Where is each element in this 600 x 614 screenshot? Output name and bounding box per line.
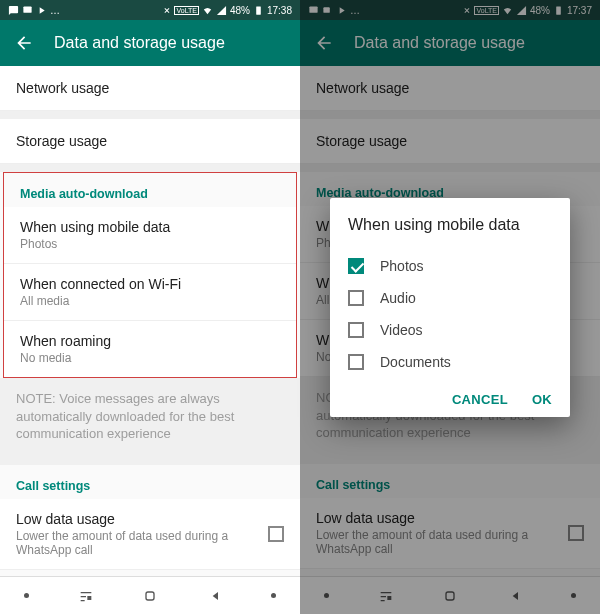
- app-bar: Data and storage usage: [300, 20, 600, 66]
- svg-rect-4: [323, 7, 329, 12]
- ok-button[interactable]: OK: [532, 392, 552, 407]
- battery-text: 48%: [230, 5, 250, 16]
- svg-rect-5: [556, 6, 561, 14]
- checkbox-icon[interactable]: [348, 354, 364, 370]
- play-icon: [336, 5, 347, 16]
- nav-bar: [300, 576, 600, 614]
- mute-icon: [160, 5, 171, 16]
- nav-dot: [324, 593, 329, 598]
- message-icon: [8, 5, 19, 16]
- phone-right: … VoLTE 48% 17:37 Data and storage usage…: [300, 0, 600, 614]
- dialog-option-label: Videos: [380, 322, 423, 338]
- wifi-icon: [502, 5, 513, 16]
- clock-text: 17:37: [567, 5, 592, 16]
- battery-icon: [253, 5, 264, 16]
- settings-content: Network usage Storage usage Media auto-d…: [0, 66, 300, 576]
- status-bar: … VoLTE 48% 17:37: [300, 0, 600, 20]
- nav-dot: [271, 593, 276, 598]
- chat-icon: [22, 5, 33, 16]
- nav-bar: [0, 576, 300, 614]
- signal-icon: [516, 5, 527, 16]
- wifi-row[interactable]: When connected on Wi-Fi All media: [4, 264, 296, 321]
- back-icon[interactable]: [14, 33, 34, 53]
- network-usage-row[interactable]: Network usage: [300, 66, 600, 111]
- svg-rect-3: [309, 6, 317, 12]
- play-icon: [36, 5, 47, 16]
- media-section-header: Media auto-download: [4, 173, 296, 207]
- home-icon[interactable]: [142, 588, 158, 604]
- mute-icon: [460, 5, 471, 16]
- low-data-checkbox[interactable]: [568, 525, 584, 541]
- dialog-option-label: Photos: [380, 258, 424, 274]
- signal-icon: [216, 5, 227, 16]
- recent-apps-icon[interactable]: [378, 588, 394, 604]
- more-icon: …: [350, 5, 360, 16]
- lte-icon: VoLTE: [474, 6, 499, 15]
- recent-apps-icon[interactable]: [78, 588, 94, 604]
- wifi-icon: [202, 5, 213, 16]
- dialog-option[interactable]: Photos: [348, 250, 552, 282]
- dialog-option[interactable]: Audio: [348, 282, 552, 314]
- checkbox-icon[interactable]: [348, 258, 364, 274]
- mobile-data-dialog: When using mobile data PhotosAudioVideos…: [330, 198, 570, 417]
- chat-icon: [308, 5, 319, 16]
- battery-icon: [553, 5, 564, 16]
- low-data-row[interactable]: Low data usage Lower the amount of data …: [0, 499, 300, 570]
- low-data-checkbox[interactable]: [268, 526, 284, 542]
- roaming-row[interactable]: When roaming No media: [4, 321, 296, 377]
- checkbox-icon[interactable]: [348, 290, 364, 306]
- more-icon: …: [50, 5, 60, 16]
- media-autodownload-highlight: Media auto-download When using mobile da…: [3, 172, 297, 378]
- storage-usage-row[interactable]: Storage usage: [300, 119, 600, 164]
- lte-icon: VoLTE: [174, 6, 199, 15]
- mobile-data-row[interactable]: When using mobile data Photos: [4, 207, 296, 264]
- dialog-title: When using mobile data: [348, 216, 552, 234]
- svg-rect-2: [146, 592, 154, 600]
- network-usage-row[interactable]: Network usage: [0, 66, 300, 111]
- back-nav-icon[interactable]: [506, 588, 522, 604]
- clock-text: 17:38: [267, 5, 292, 16]
- home-icon[interactable]: [442, 588, 458, 604]
- call-section-header: Call settings: [0, 465, 300, 499]
- svg-rect-1: [256, 6, 261, 14]
- back-icon[interactable]: [314, 33, 334, 53]
- dialog-option[interactable]: Documents: [348, 346, 552, 378]
- nav-dot: [24, 593, 29, 598]
- chat-icon: [322, 5, 333, 16]
- dialog-option-label: Audio: [380, 290, 416, 306]
- battery-text: 48%: [530, 5, 550, 16]
- app-bar: Data and storage usage: [0, 20, 300, 66]
- phone-left: … VoLTE 48% 17:38 Data and storage usage…: [0, 0, 300, 614]
- storage-usage-row[interactable]: Storage usage: [0, 119, 300, 164]
- dialog-option-label: Documents: [380, 354, 451, 370]
- voice-note: NOTE: Voice messages are always automati…: [0, 378, 300, 465]
- page-title: Data and storage usage: [54, 34, 225, 52]
- low-data-row[interactable]: Low data usageLower the amount of data u…: [300, 498, 600, 569]
- cancel-button[interactable]: CANCEL: [452, 392, 508, 407]
- dialog-option[interactable]: Videos: [348, 314, 552, 346]
- page-title: Data and storage usage: [354, 34, 525, 52]
- nav-dot: [571, 593, 576, 598]
- call-section-header: Call settings: [300, 464, 600, 498]
- svg-rect-6: [446, 592, 454, 600]
- status-bar: … VoLTE 48% 17:38: [0, 0, 300, 20]
- svg-rect-0: [23, 6, 31, 12]
- back-nav-icon[interactable]: [206, 588, 222, 604]
- checkbox-icon[interactable]: [348, 322, 364, 338]
